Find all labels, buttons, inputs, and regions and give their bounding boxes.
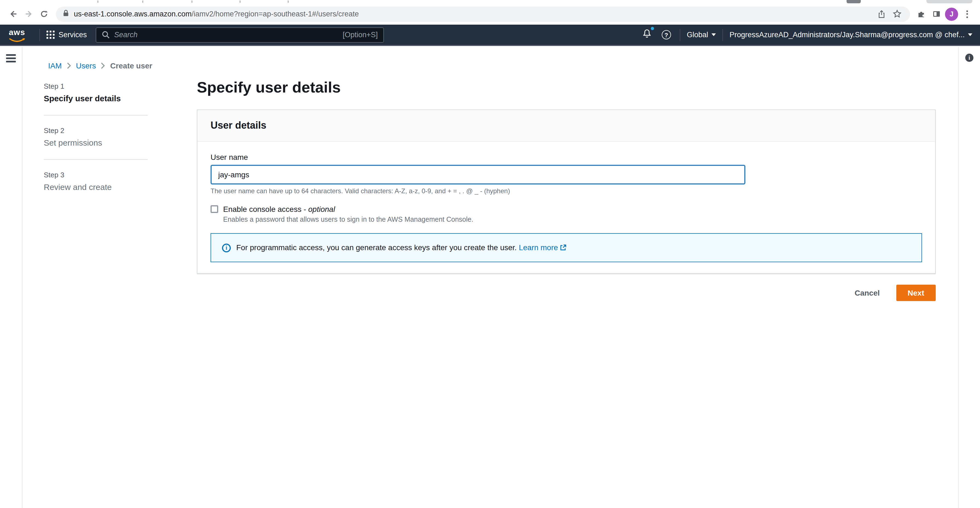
next-button[interactable]: Next — [896, 285, 936, 301]
card-header: User details — [197, 110, 935, 142]
account-label: ProgressAzureAD_Administrators/Jay.Sharm… — [730, 30, 965, 39]
navbar-divider — [40, 29, 40, 41]
step-title: Review and create — [44, 182, 148, 192]
side-panel-icon[interactable] — [929, 6, 944, 22]
alert-message: For programmatic access, you can generat… — [236, 243, 517, 252]
tab-edge — [926, 0, 972, 3]
aws-navbar: aws Services [Option+S] ? — [0, 25, 980, 46]
step-divider — [44, 115, 148, 115]
browser-toolbar: us-east-1.console.aws.amazon.com/iamv2/h… — [0, 3, 980, 25]
console-access-row: Enable console access - optional — [210, 205, 922, 214]
tab-edge — [846, 0, 861, 3]
learn-more-link[interactable]: Learn more — [519, 243, 566, 252]
step-2[interactable]: Step 2 Set permissions — [44, 126, 148, 147]
info-icon: i — [222, 243, 231, 252]
share-icon[interactable] — [874, 6, 889, 22]
bell-icon — [642, 29, 652, 39]
step-label: Step 3 — [44, 171, 148, 179]
external-link-icon — [560, 244, 567, 252]
grid-icon — [46, 30, 55, 39]
cancel-button[interactable]: Cancel — [854, 289, 880, 297]
tab-separator — [97, 0, 99, 3]
console-access-description: Enables a password that allows users to … — [223, 216, 922, 223]
info-glyph: i — [226, 245, 227, 251]
notification-dot — [651, 27, 654, 30]
forward-icon[interactable] — [21, 6, 36, 22]
learn-more-label: Learn more — [519, 243, 558, 252]
aws-logo-text: aws — [8, 28, 26, 36]
card-body: User name The user name can have up to 6… — [197, 142, 935, 273]
reload-icon[interactable] — [36, 6, 51, 22]
step-1[interactable]: Step 1 Specify user details — [44, 82, 148, 103]
chevron-down-icon — [968, 34, 972, 36]
extensions-puzzle-icon[interactable] — [913, 6, 929, 22]
username-label: User name — [210, 153, 922, 161]
breadcrumb-chevron-icon — [101, 62, 105, 69]
left-rail — [0, 47, 22, 508]
console-access-text: Enable console access - — [223, 205, 308, 214]
url-bar[interactable]: us-east-1.console.aws.amazon.com/iamv2/h… — [56, 6, 910, 22]
tab-separator — [142, 0, 143, 3]
breadcrumb-current: Create user — [110, 61, 152, 70]
screen: us-east-1.console.aws.amazon.com/iamv2/h… — [0, 0, 980, 508]
wizard-actions: Cancel Next — [197, 285, 936, 301]
card-title: User details — [210, 120, 266, 131]
browser-menu-icon[interactable] — [959, 6, 975, 22]
url-path: /iamv2/home?region=ap-southeast-1#/users… — [192, 10, 359, 18]
step-label: Step 1 — [44, 82, 148, 90]
region-selector[interactable]: Global — [687, 30, 716, 39]
account-menu[interactable]: ProgressAzureAD_Administrators/Jay.Sharm… — [730, 30, 972, 39]
console-access-label[interactable]: Enable console access - optional — [223, 205, 335, 214]
tab-separator — [240, 0, 240, 3]
avatar: J — [945, 7, 958, 21]
tab-strip — [0, 0, 980, 3]
lock-icon — [62, 9, 70, 19]
content-area: IAM Users Create user Step 1 Specify use… — [22, 47, 958, 508]
hamburger-menu-icon[interactable] — [6, 54, 16, 62]
navbar-divider — [680, 29, 680, 41]
url-text: us-east-1.console.aws.amazon.com/iamv2/h… — [74, 10, 359, 18]
search-icon — [102, 30, 110, 39]
step-divider — [44, 159, 148, 160]
alert-text: For programmatic access, you can generat… — [236, 243, 567, 252]
services-menu[interactable]: Services — [46, 30, 87, 39]
step-title: Set permissions — [44, 138, 148, 147]
page-title: Specify user details — [197, 79, 936, 96]
step-label: Step 2 — [44, 126, 148, 135]
username-input[interactable] — [210, 165, 745, 184]
back-icon[interactable] — [5, 6, 21, 22]
search-shortcut: [Option+S] — [343, 30, 378, 39]
browser-profile-avatar[interactable]: J — [944, 6, 959, 22]
step-title: Specify user details — [44, 94, 148, 103]
console-access-checkbox[interactable] — [210, 205, 218, 213]
chevron-down-icon — [711, 34, 716, 36]
info-panel-icon[interactable]: i — [965, 54, 974, 62]
breadcrumb-chevron-icon — [67, 62, 71, 69]
tab-separator — [191, 0, 192, 3]
user-details-card: User details User name The user name can… — [197, 110, 936, 274]
breadcrumb-iam[interactable]: IAM — [48, 61, 62, 70]
console-search[interactable]: [Option+S] — [96, 27, 384, 42]
breadcrumb: IAM Users Create user — [48, 61, 152, 70]
wizard-steps: Step 1 Specify user details Step 2 Set p… — [44, 82, 148, 192]
console-page: i IAM Users Create user Step 1 Specify u… — [0, 47, 980, 508]
step-3[interactable]: Step 3 Review and create — [44, 171, 148, 192]
services-label: Services — [59, 30, 87, 39]
help-button[interactable]: ? — [662, 30, 671, 40]
notifications-button[interactable] — [642, 29, 652, 41]
right-rail: i — [958, 47, 980, 508]
info-glyph: i — [969, 55, 970, 61]
info-alert: i For programmatic access, you can gener… — [210, 233, 922, 262]
search-input[interactable] — [114, 30, 343, 39]
navbar-divider — [722, 29, 723, 41]
breadcrumb-users[interactable]: Users — [76, 61, 96, 70]
aws-logo[interactable]: aws — [8, 28, 26, 42]
username-help: The user name can have up to 64 characte… — [210, 187, 922, 195]
main-column: Specify user details User details User n… — [197, 79, 936, 301]
help-glyph: ? — [665, 32, 668, 38]
console-access-optional: optional — [308, 205, 335, 214]
bookmark-star-icon[interactable] — [889, 6, 905, 22]
region-label: Global — [687, 30, 708, 39]
tab-separator — [288, 0, 289, 3]
aws-smile — [8, 37, 26, 43]
